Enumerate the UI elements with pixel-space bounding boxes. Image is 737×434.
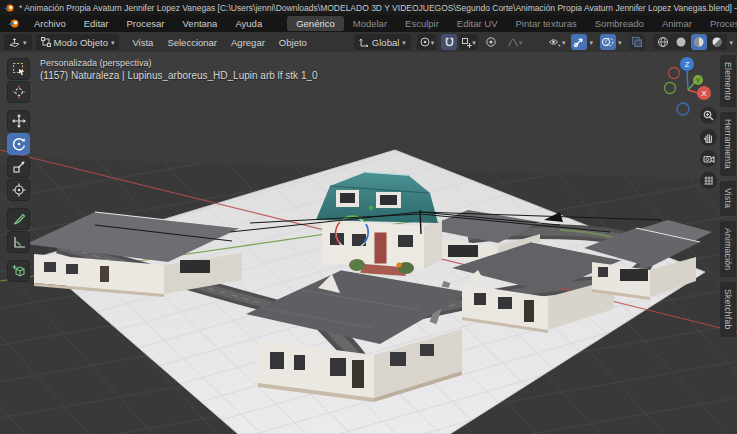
tool-bar xyxy=(7,58,31,283)
tab-procesamiento[interactable]: Procesamiento xyxy=(701,16,737,31)
object-mode-icon xyxy=(41,37,51,47)
toggle-perspective-button[interactable] xyxy=(700,172,717,189)
tab-animacion-panel[interactable]: Animación xyxy=(720,221,736,277)
rendered-shading-button[interactable] xyxy=(709,34,725,50)
add-cube-tool[interactable] xyxy=(7,260,30,282)
axis-neg-y-ball xyxy=(665,83,676,94)
active-object-label: (1157) Naturaleza | Lupinus_arboreus_HD_… xyxy=(40,70,318,81)
xray-toggle[interactable] xyxy=(629,34,645,50)
rendered-shading-icon xyxy=(711,36,723,48)
material-shading-button[interactable] xyxy=(691,34,707,50)
move-tool[interactable] xyxy=(7,110,30,132)
rotate-tool[interactable] xyxy=(7,133,30,155)
orientation-icon xyxy=(359,37,369,47)
overlays-dropdown[interactable]: ▾ xyxy=(618,39,622,46)
tab-generico[interactable]: Genérico xyxy=(287,16,344,31)
measure-tool[interactable] xyxy=(7,231,30,253)
menu-procesar[interactable]: Procesar xyxy=(118,15,174,32)
menu-ayuda[interactable]: Ayuda xyxy=(226,15,271,32)
menu-archivo[interactable]: Archivo xyxy=(25,15,75,32)
camera-view-icon xyxy=(703,154,715,164)
pivot-point-dropdown[interactable]: ▾ xyxy=(417,34,437,50)
menu-editar[interactable]: Editar xyxy=(75,15,118,32)
tab-sketchfab[interactable]: Sketchfab xyxy=(720,282,736,337)
tab-esculpir[interactable]: Esculpir xyxy=(396,16,448,31)
svg-text:X: X xyxy=(701,89,706,98)
axis-neg-z-ball xyxy=(677,103,689,115)
camera-view-button[interactable] xyxy=(700,150,717,167)
menu-agregar[interactable]: Agregar xyxy=(224,37,272,48)
material-shading-icon xyxy=(693,36,705,48)
viewport-overlay-text: Personalizada (perspectiva) (1157) Natur… xyxy=(40,58,318,81)
chevron-down-icon: ▾ xyxy=(23,39,27,46)
chevron-down-icon: ▾ xyxy=(472,39,476,46)
tab-herramienta[interactable]: Herramienta xyxy=(720,112,736,176)
wireframe-shading-button[interactable] xyxy=(655,34,671,50)
scale-tool[interactable] xyxy=(7,156,30,178)
snap-target-icon xyxy=(461,37,472,48)
shading-dropdown[interactable]: ▾ xyxy=(729,39,733,46)
solid-shading-icon xyxy=(675,36,687,48)
blender-logo-icon xyxy=(4,3,14,13)
tab-elemento[interactable]: Elemento xyxy=(720,55,736,107)
zoom-button[interactable] xyxy=(700,107,717,124)
chevron-down-icon: ▾ xyxy=(402,39,406,46)
viewport-header: ▾ Modo Objeto ▾ Vista Seleccionar Agrega… xyxy=(0,32,737,52)
toggle-perspective-icon xyxy=(703,175,714,186)
select-box-tool[interactable] xyxy=(7,58,30,80)
mode-selector[interactable]: Modo Objeto ▾ xyxy=(36,34,120,50)
snap-target-dropdown[interactable]: ▾ xyxy=(459,34,478,50)
menu-ventana[interactable]: Ventana xyxy=(174,15,227,32)
tab-sombreado[interactable]: Sombreado xyxy=(586,16,653,31)
pan-button[interactable] xyxy=(700,129,717,146)
scene-render xyxy=(0,52,737,434)
chevron-down-icon: ▾ xyxy=(562,39,566,46)
overlays-toggle[interactable] xyxy=(600,34,616,50)
visibility-icon xyxy=(548,36,562,48)
pivot-point-icon xyxy=(419,36,431,48)
gizmos-toggle[interactable] xyxy=(571,34,587,50)
tab-animar[interactable]: Animar xyxy=(653,16,701,31)
tab-pintar-texturas[interactable]: Pintar texturas xyxy=(507,16,586,31)
transform-tool[interactable] xyxy=(7,179,30,201)
viewport-3d[interactable] xyxy=(0,52,737,434)
tab-editar-uv[interactable]: Editar UV xyxy=(448,16,507,31)
workspace-tabs: Genérico Modelar Esculpir Editar UV Pint… xyxy=(287,15,737,32)
chevron-down-icon: ▾ xyxy=(431,39,435,46)
tab-modelar[interactable]: Modelar xyxy=(344,16,396,31)
solid-shading-button[interactable] xyxy=(673,34,689,50)
blender-menu-button[interactable] xyxy=(0,18,25,29)
cursor-tool[interactable] xyxy=(7,81,30,103)
tab-vista-panel[interactable]: Vista xyxy=(720,181,736,215)
visibility-dropdown[interactable]: ▾ xyxy=(548,34,566,50)
title-bar: * Animación Propia Avaturn Jennifer Lope… xyxy=(0,0,737,15)
proportional-edit-toggle[interactable] xyxy=(483,34,499,50)
orientation-label: Global xyxy=(372,37,399,48)
orientation-dropdown[interactable]: Global ▾ xyxy=(354,34,411,50)
annotate-tool[interactable] xyxy=(7,208,30,230)
svg-text:Y: Y xyxy=(696,77,701,84)
zoom-icon xyxy=(703,110,714,121)
chevron-down-icon: ▾ xyxy=(519,39,523,46)
menu-bar: Archivo Editar Procesar Ventana Ayuda Ge… xyxy=(0,15,737,32)
falloff-dropdown[interactable]: ▾ xyxy=(505,34,525,50)
mode-label: Modo Objeto xyxy=(54,37,108,48)
menu-seleccionar[interactable]: Seleccionar xyxy=(160,37,224,48)
svg-text:Z: Z xyxy=(685,60,690,69)
proportional-edit-icon xyxy=(485,36,497,48)
shading-mode-group xyxy=(653,34,727,50)
editor-type-icon xyxy=(9,37,20,48)
editor-type-dropdown[interactable]: ▾ xyxy=(4,34,32,50)
pan-hand-icon xyxy=(703,132,714,143)
chevron-down-icon: ▾ xyxy=(111,39,115,46)
sidebar-tabs: Elemento Herramienta Vista Animación Ske… xyxy=(720,55,736,342)
snap-magnet-toggle[interactable] xyxy=(441,34,457,50)
axis-neg-x-ball xyxy=(669,68,680,79)
wireframe-shading-icon xyxy=(657,36,669,48)
menu-objeto[interactable]: Objeto xyxy=(272,37,314,48)
gizmos-dropdown[interactable]: ▾ xyxy=(589,39,593,46)
window-title: * Animación Propia Avaturn Jennifer Lope… xyxy=(19,3,737,13)
gizmos-icon xyxy=(573,36,585,48)
menu-vista[interactable]: Vista xyxy=(125,37,160,48)
blender-window: { "title_bar": { "title": "* Animación P… xyxy=(0,0,737,434)
